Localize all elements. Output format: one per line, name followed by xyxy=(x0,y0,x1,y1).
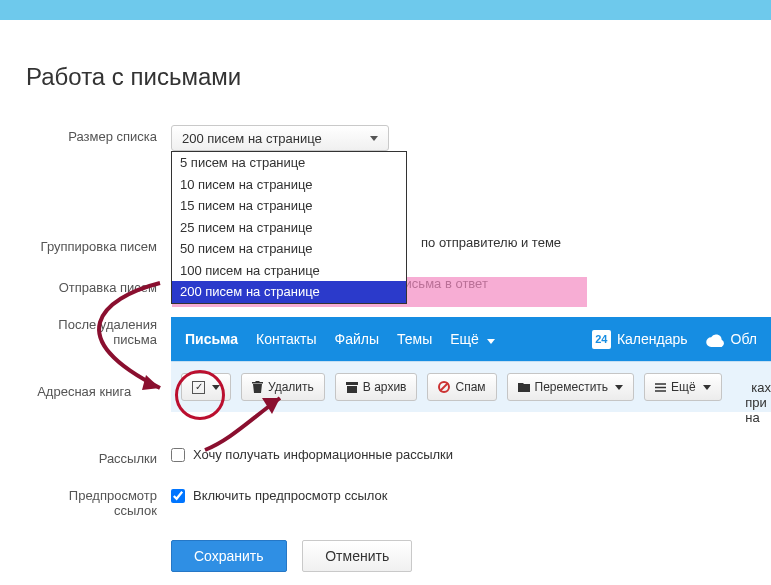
tab-contacts[interactable]: Контакты xyxy=(256,331,316,347)
list-size-selected: 200 писем на странице xyxy=(182,131,322,146)
label-list-size: Размер списка xyxy=(16,125,171,144)
calendar-link[interactable]: 24Календарь xyxy=(592,330,688,349)
label-mailings: Рассылки xyxy=(16,447,171,466)
cloud-link[interactable]: Обл xyxy=(706,331,757,347)
list-size-option[interactable]: 15 писем на странице xyxy=(172,195,406,217)
list-size-option[interactable]: 25 писем на странице xyxy=(172,217,406,239)
preview-label: Включить предпросмотр ссылок xyxy=(193,488,387,503)
cloud-icon xyxy=(706,334,726,347)
label-grouping: Группировка писем xyxy=(16,235,171,254)
list-size-option-selected[interactable]: 200 писем на странице xyxy=(172,281,406,303)
window-topbar xyxy=(0,0,771,20)
label-sending: Отправка писем xyxy=(16,276,171,295)
list-size-dropdown[interactable]: 5 писем на странице 10 писем на странице… xyxy=(171,151,407,304)
tab-themes[interactable]: Темы xyxy=(397,331,432,347)
grouping-suffix: по отправителю и теме xyxy=(421,235,561,250)
label-after-delete: После удаления письма xyxy=(16,317,171,347)
label-preview: Предпросмотр ссылок xyxy=(16,488,171,518)
caret-down-icon xyxy=(487,339,495,344)
mailings-checkbox[interactable] xyxy=(171,448,185,462)
list-size-option[interactable]: 100 писем на странице xyxy=(172,260,406,282)
tab-mail[interactable]: Письма xyxy=(185,331,238,347)
list-size-option[interactable]: 10 писем на странице xyxy=(172,174,406,196)
caret-down-icon xyxy=(370,136,378,141)
address-book-trailing: ках при на xyxy=(745,380,771,425)
save-button[interactable]: Сохранить xyxy=(171,540,287,572)
tab-files[interactable]: Файлы xyxy=(335,331,379,347)
tab-more[interactable]: Ещё xyxy=(450,331,495,347)
calendar-icon: 24 xyxy=(592,330,611,349)
preview-checkbox[interactable] xyxy=(171,489,185,503)
list-size-option[interactable]: 5 писем на странице xyxy=(172,152,406,174)
page-title: Работа с письмами xyxy=(26,63,771,91)
list-size-option[interactable]: 50 писем на странице xyxy=(172,238,406,260)
mailings-label: Хочу получать информационные рассылки xyxy=(193,447,453,462)
list-size-select[interactable]: 200 писем на странице xyxy=(171,125,389,151)
cancel-button[interactable]: Отменить xyxy=(302,540,412,572)
label-address-book: Адресная книга xyxy=(16,380,145,399)
